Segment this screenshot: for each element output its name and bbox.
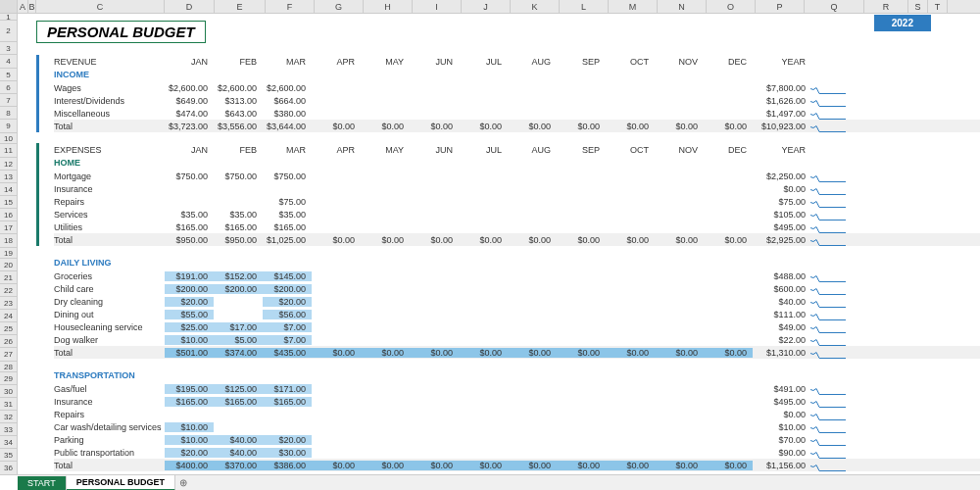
- sparkline: [809, 196, 849, 207]
- sparkline: [809, 409, 849, 419]
- month-header: SEP: [557, 145, 606, 155]
- month-header: AUG: [508, 57, 557, 67]
- table-row[interactable]: Services$35.00$35.00$35.00$105.00: [54, 208, 980, 220]
- sparkline: [809, 460, 849, 470]
- total-row[interactable]: Total$950.00$950.00$1,025.00$0.00$0.00$0…: [54, 233, 980, 246]
- table-row[interactable]: Miscellaneous$474.00$643.00$380.00$1,497…: [54, 107, 980, 120]
- section-bar-revenue: [36, 55, 39, 132]
- table-row[interactable]: Public transportation$20.00$40.00$30.00$…: [54, 446, 980, 459]
- add-sheet-button[interactable]: ⊕: [175, 477, 191, 488]
- section-bar-expenses: [36, 143, 39, 246]
- month-header: MAY: [361, 145, 410, 155]
- month-header: NOV: [655, 145, 704, 155]
- table-row[interactable]: Dog walker$10.00$5.00$7.00$22.00: [54, 333, 980, 346]
- month-header: MAY: [361, 57, 410, 67]
- table-row[interactable]: Interest/Dividends$649.00$313.00$664.00$…: [54, 94, 980, 107]
- table-row[interactable]: Car wash/detailing services$10.00$10.00: [54, 420, 980, 433]
- sparkline: [809, 121, 849, 131]
- daily-living-category: DAILY LIVING: [54, 257, 980, 270]
- expenses-header: EXPENSES: [54, 145, 165, 155]
- month-header: FEB: [214, 145, 263, 155]
- revenue-header: REVENUE: [54, 57, 165, 67]
- month-header: AUG: [508, 145, 557, 155]
- tab-personal-budget[interactable]: PERSONAL BUDGET: [67, 475, 175, 491]
- table-row[interactable]: Parking$10.00$40.00$20.00$70.00: [54, 433, 980, 446]
- month-header: FEB: [214, 57, 263, 67]
- table-row[interactable]: Repairs$75.00$75.00: [54, 195, 980, 208]
- column-headers[interactable]: ABCDEFGHIJKLMNOPQRST: [0, 0, 980, 14]
- table-row[interactable]: Dry cleaning$20.00$20.00$40.00: [54, 295, 980, 308]
- sparkline: [809, 234, 849, 245]
- income-category: INCOME: [54, 69, 980, 81]
- sparkline: [809, 383, 849, 394]
- sparkline: [809, 434, 849, 445]
- month-header: MAR: [263, 145, 312, 155]
- table-row[interactable]: Utilities$165.00$165.00$165.00$495.00: [54, 220, 980, 233]
- month-header: DEC: [704, 57, 753, 67]
- sparkline: [809, 447, 849, 458]
- month-header: DEC: [704, 145, 753, 155]
- month-header: NOV: [655, 57, 704, 67]
- sparkline: [809, 209, 849, 220]
- sparkline: [809, 421, 849, 432]
- total-row[interactable]: Total$400.00$370.00$386.00$0.00$0.00$0.0…: [54, 459, 980, 471]
- month-header: APR: [312, 145, 361, 155]
- spreadsheet-area[interactable]: PERSONAL BUDGET 2022 REVENUEJANFEBMARAPR…: [18, 14, 980, 474]
- year-col-header: YEAR: [753, 57, 809, 67]
- table-row[interactable]: Housecleaning service$25.00$17.00$7.00$4…: [54, 320, 980, 333]
- sparkline: [809, 396, 849, 407]
- sparkline: [809, 270, 849, 281]
- tab-start[interactable]: START: [18, 476, 67, 490]
- sparkline: [809, 82, 849, 93]
- month-header: MAR: [263, 57, 312, 67]
- month-header: JUL: [459, 145, 508, 155]
- sparkline: [809, 171, 849, 181]
- transportation-category: TRANSPORTATION: [54, 369, 980, 382]
- table-row[interactable]: Repairs$0.00: [54, 408, 980, 420]
- month-header: OCT: [606, 57, 655, 67]
- month-header: JUN: [410, 57, 459, 67]
- total-row[interactable]: Total$501.00$374.00$435.00$0.00$0.00$0.0…: [54, 346, 980, 359]
- year-badge: 2022: [874, 15, 931, 31]
- table-row[interactable]: Mortgage$750.00$750.00$750.00$2,250.00: [54, 170, 980, 182]
- month-header: JUL: [459, 57, 508, 67]
- table-row[interactable]: Insurance$0.00: [54, 182, 980, 195]
- table-row[interactable]: Gas/fuel$195.00$125.00$171.00$491.00: [54, 382, 980, 395]
- table-row[interactable]: Dining out$55.00$56.00$111.00: [54, 308, 980, 320]
- table-row[interactable]: Child care$200.00$200.00$200.00$600.00: [54, 282, 980, 295]
- sparkline: [809, 183, 849, 194]
- sparkline: [809, 221, 849, 232]
- month-header: OCT: [606, 145, 655, 155]
- page-title: PERSONAL BUDGET: [36, 21, 206, 43]
- table-row[interactable]: Insurance$165.00$165.00$165.00$495.00: [54, 395, 980, 408]
- table-row[interactable]: Groceries$191.00$152.00$145.00$488.00: [54, 270, 980, 282]
- month-header: JUN: [410, 145, 459, 155]
- month-header: JAN: [165, 145, 214, 155]
- sparkline: [809, 283, 849, 294]
- sparkline: [809, 108, 849, 119]
- sparkline: [809, 95, 849, 106]
- sparkline: [809, 309, 849, 319]
- month-header: APR: [312, 57, 361, 67]
- table-row[interactable]: Wages$2,600.00$2,600.00$2,600.00$7,800.0…: [54, 81, 980, 94]
- sheet-tabs: START PERSONAL BUDGET ⊕: [18, 474, 980, 490]
- month-header: JAN: [165, 57, 214, 67]
- sparkline: [809, 296, 849, 307]
- month-header: SEP: [557, 57, 606, 67]
- home-category: HOME: [54, 157, 980, 170]
- sparkline: [809, 347, 849, 358]
- total-row[interactable]: Total$3,723.00$3,556.00$3,644.00$0.00$0.…: [54, 120, 980, 132]
- sparkline: [809, 334, 849, 345]
- row-headers[interactable]: 1234567891011121314151617181920212223242…: [0, 14, 18, 475]
- sparkline: [809, 321, 849, 332]
